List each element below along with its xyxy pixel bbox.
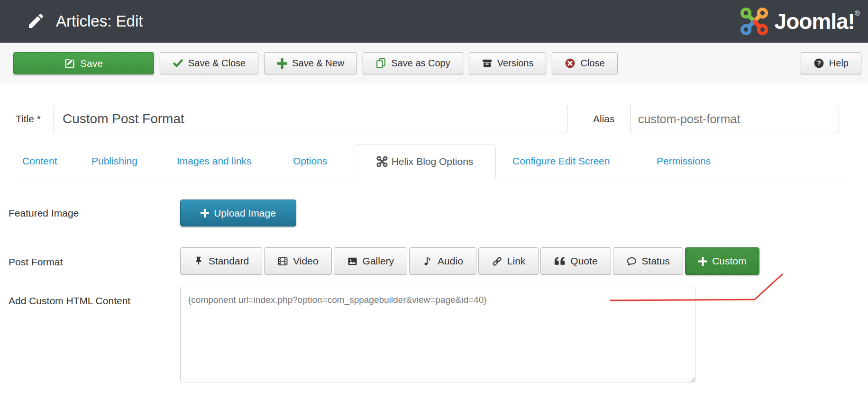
post-format-quote-button[interactable]: Quote — [540, 247, 611, 275]
film-icon — [277, 256, 288, 267]
save-and-new-label: Save & New — [292, 58, 344, 69]
post-format-custom-button[interactable]: Custom — [685, 247, 759, 275]
save-button[interactable]: Save — [13, 52, 154, 74]
plus-icon — [698, 257, 707, 266]
post-format-link-label: Link — [507, 255, 526, 267]
close-label: Close — [580, 58, 604, 69]
save-as-copy-button[interactable]: Save as Copy — [363, 52, 463, 74]
featured-image-label: Featured Image — [9, 208, 79, 219]
post-format-status-label: Status — [642, 255, 670, 267]
custom-html-textarea[interactable]: {component url=index.php?option=com_sppa… — [180, 287, 695, 382]
help-label: Help — [829, 58, 849, 69]
page-title: Articles: Edit — [56, 0, 143, 43]
tab-helix-blog-options[interactable]: Helix Blog Options — [354, 145, 496, 178]
plus-icon — [201, 209, 209, 218]
upload-image-label: Upload Image — [214, 208, 276, 219]
joomla-logo-icon — [740, 7, 769, 36]
post-format-video-button[interactable]: Video — [264, 247, 331, 275]
archive-icon — [482, 58, 493, 69]
svg-text:?: ? — [817, 59, 821, 67]
link-icon — [492, 256, 503, 267]
versions-button[interactable]: Versions — [469, 52, 547, 74]
versions-label: Versions — [497, 58, 534, 69]
helix-joomla-icon — [376, 156, 388, 167]
alias-input[interactable] — [630, 105, 839, 133]
registered-mark: ® — [855, 9, 859, 17]
close-circle-icon — [565, 58, 576, 69]
save-and-close-label: Save & Close — [188, 58, 246, 69]
joomla-logo: Joomla!® — [740, 0, 859, 43]
tab-options[interactable]: Options — [293, 145, 327, 178]
articles-edit-page: Articles: Edit Joomla!® Save — [0, 0, 868, 399]
image-icon — [347, 256, 358, 267]
check-icon — [173, 58, 183, 69]
save-and-new-button[interactable]: Save & New — [264, 52, 357, 74]
help-circle-icon: ? — [813, 58, 824, 69]
post-format-gallery-label: Gallery — [363, 255, 394, 267]
admin-header: Articles: Edit Joomla!® — [0, 0, 868, 43]
tab-helix-label: Helix Blog Options — [392, 156, 474, 167]
post-format-group: Standard Video Gallery — [180, 247, 759, 275]
speech-bubble-icon — [626, 256, 637, 267]
music-note-icon — [422, 256, 433, 266]
tab-content[interactable]: Content — [22, 145, 57, 178]
save-and-close-button[interactable]: Save & Close — [160, 52, 258, 74]
plus-icon — [277, 58, 287, 69]
help-button[interactable]: ? Help — [801, 52, 861, 74]
thumbtack-icon — [193, 256, 204, 266]
save-button-label: Save — [80, 58, 103, 69]
edit-square-icon — [64, 58, 75, 69]
tab-permissions[interactable]: Permissions — [657, 145, 711, 178]
post-format-standard-button[interactable]: Standard — [180, 247, 262, 275]
tab-publishing[interactable]: Publishing — [91, 145, 137, 178]
tab-images-and-links[interactable]: Images and links — [177, 145, 252, 178]
alias-label: Alias — [593, 113, 615, 125]
post-format-video-label: Video — [293, 255, 318, 267]
quote-icon — [554, 256, 566, 266]
tab-configure-edit-screen[interactable]: Configure Edit Screen — [512, 145, 610, 178]
close-button[interactable]: Close — [552, 52, 617, 74]
post-format-audio-label: Audio — [438, 255, 463, 267]
tab-bar: Content Publishing Images and links Opti… — [16, 145, 852, 178]
post-format-gallery-button[interactable]: Gallery — [334, 247, 408, 275]
save-as-copy-label: Save as Copy — [391, 58, 450, 69]
upload-image-button[interactable]: Upload Image — [180, 200, 296, 227]
title-input[interactable] — [54, 105, 567, 133]
copy-icon — [375, 58, 386, 69]
post-format-custom-label: Custom — [712, 255, 746, 267]
post-format-quote-label: Quote — [570, 255, 597, 267]
post-format-label: Post Format — [9, 256, 63, 268]
post-format-audio-button[interactable]: Audio — [409, 247, 476, 275]
post-format-status-button[interactable]: Status — [613, 247, 684, 275]
joomla-logo-text: Joomla!® — [775, 9, 859, 34]
toolbar: Save Save & Close Save & New Save — [0, 43, 868, 84]
title-label: Title * — [16, 113, 41, 125]
post-format-link-button[interactable]: Link — [478, 247, 539, 275]
post-format-standard-label: Standard — [209, 255, 249, 267]
toolbar-buttons: Save Save & Close Save & New Save — [13, 52, 618, 74]
custom-html-label: Add Custom HTML Content — [9, 295, 130, 307]
pencil-icon — [27, 11, 46, 30]
